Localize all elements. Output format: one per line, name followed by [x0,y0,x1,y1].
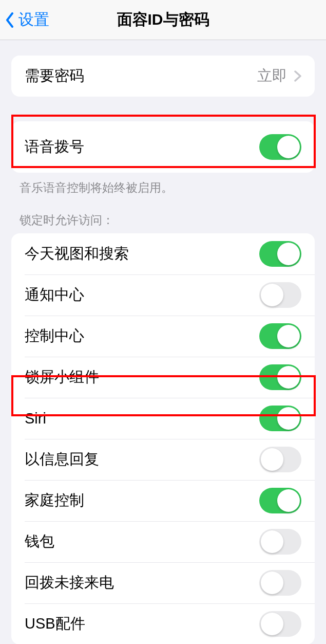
back-button[interactable]: 设置 [0,9,49,30]
locked-access-toggle[interactable] [259,570,301,596]
require-passcode-value: 立即 [257,66,287,86]
locked-access-label: USB配件 [25,614,259,634]
require-passcode-group: 需要密码 立即 [11,56,315,97]
locked-access-label: Siri [25,410,259,427]
locked-access-row: 钱包 [11,521,315,562]
locked-access-row: USB配件 [11,603,315,644]
require-passcode-label: 需要密码 [25,66,257,86]
back-label: 设置 [18,9,49,30]
locked-access-row: 以信息回复 [11,439,315,480]
locked-access-toggle[interactable] [259,611,301,637]
locked-access-toggle[interactable] [259,323,301,349]
locked-access-row: Siri [11,398,315,439]
locked-access-row: 家庭控制 [11,480,315,521]
require-passcode-row[interactable]: 需要密码 立即 [11,56,315,97]
locked-access-label: 通知中心 [25,285,259,305]
locked-access-row: 今天视图和搜索 [11,233,315,274]
voice-dial-row: 语音拨号 [11,121,315,173]
locked-access-toggle[interactable] [259,488,301,513]
locked-access-row: 控制中心 [11,316,315,357]
voice-dial-toggle[interactable] [259,134,301,160]
nav-bar: 设置 面容ID与密码 [0,0,326,40]
locked-access-label: 控制中心 [25,326,259,346]
voice-dial-label: 语音拨号 [25,137,259,157]
locked-access-label: 锁屏小组件 [25,367,259,388]
locked-access-row: 锁屏小组件 [11,357,315,398]
chevron-left-icon [5,12,14,28]
locked-access-label: 以信息回复 [25,449,259,470]
locked-access-toggle[interactable] [259,282,301,308]
voice-dial-group: 语音拨号 [11,121,315,173]
locked-access-header: 锁定时允许访问： [20,212,306,228]
locked-access-label: 回拨未接来电 [25,573,259,593]
locked-access-label: 家庭控制 [25,490,259,511]
locked-access-group: 今天视图和搜索通知中心控制中心锁屏小组件Siri以信息回复家庭控制钱包回拨未接来… [11,233,315,644]
locked-access-toggle[interactable] [259,364,301,390]
chevron-right-icon [294,70,301,82]
locked-access-label: 今天视图和搜索 [25,244,259,264]
locked-access-toggle[interactable] [259,241,301,267]
locked-access-toggle[interactable] [259,447,301,472]
locked-access-row: 通知中心 [11,274,315,316]
locked-access-label: 钱包 [25,531,259,552]
locked-access-toggle[interactable] [259,406,301,431]
locked-access-row: 回拨未接来电 [11,562,315,603]
voice-dial-footer: 音乐语音控制将始终被启用。 [20,180,306,196]
locked-access-toggle[interactable] [259,529,301,555]
